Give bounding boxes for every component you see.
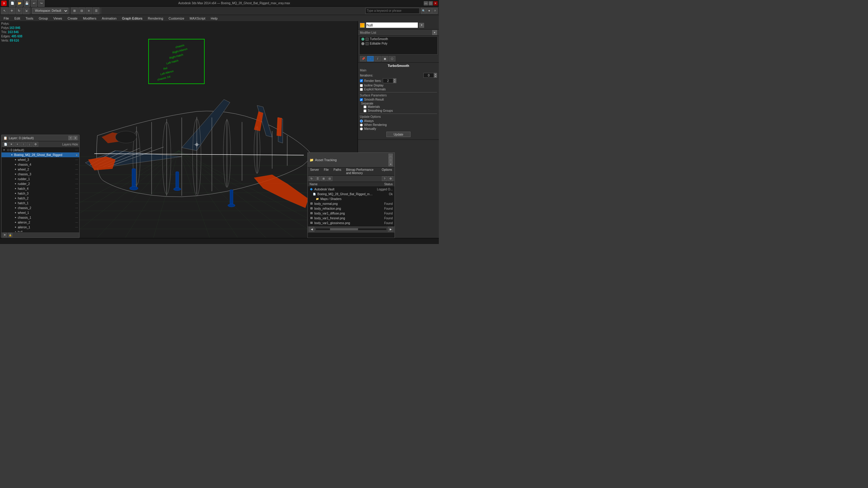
close-button[interactable]: ✕ — [433, 1, 438, 5]
layer-row[interactable]: ✦chassis_4— — [1, 162, 79, 167]
save-icon[interactable]: 💾 — [24, 0, 30, 7]
search-options-icon[interactable]: ▼ — [427, 8, 432, 14]
asset-menu-bitmap-performance-and-memory[interactable]: Bitmap Performance and Memory — [344, 167, 379, 175]
layer-row[interactable]: ✦wheel_3— — [1, 157, 79, 162]
layer-row[interactable]: ✦Boeing_MQ_28_Ghost_Bat_Rigged■ — [1, 153, 79, 157]
toolbar-layer-icon[interactable]: ☰ — [93, 7, 99, 14]
layers-add-icon[interactable]: + — [15, 142, 20, 147]
object-name-input[interactable] — [366, 22, 418, 28]
asset-menu-file[interactable]: File — [321, 167, 331, 175]
layer-row[interactable]: ✦hatch_1— — [1, 201, 79, 205]
layers-delete-icon[interactable]: ✕ — [9, 142, 14, 147]
smooth-result-checkbox[interactable] — [360, 98, 363, 101]
layer-row[interactable]: ✦chassis_1— — [1, 215, 79, 220]
toolbar-move-icon[interactable]: ✛ — [8, 7, 15, 14]
toolbar-scale-icon[interactable]: ⇲ — [23, 7, 30, 14]
scroll-left-button[interactable]: ◀ — [309, 227, 314, 232]
layers-select-icon[interactable]: ↑ — [21, 142, 26, 147]
toolbar-align-icon[interactable]: ≡ — [86, 7, 92, 14]
layer-row[interactable]: ✦aileron_1— — [1, 225, 79, 230]
iterations-up[interactable]: ▲ — [434, 73, 437, 75]
vertex-mode-icon[interactable]: · — [367, 56, 374, 61]
layer-row[interactable]: ✦hatch_2— — [1, 196, 79, 201]
asset-row[interactable]: 🖼body_refraction.pngFound — [308, 206, 395, 211]
menu-item-views[interactable]: Views — [51, 15, 64, 22]
toolbar-select-icon[interactable]: ↖ — [1, 7, 8, 14]
layer-row[interactable]: ✦hatch_3— — [1, 191, 79, 196]
toolbar-mirror-icon[interactable]: ⊟ — [79, 7, 85, 14]
menu-item-create[interactable]: Create — [65, 15, 80, 22]
maximize-button[interactable]: □ — [429, 1, 433, 5]
asset-row[interactable]: 🖼body_normal.pngFound — [308, 201, 395, 206]
asset-settings-icon[interactable]: ⚙ — [388, 176, 393, 181]
asset-refresh-icon[interactable]: ↻ — [309, 176, 314, 181]
always-radio[interactable] — [360, 120, 363, 123]
layers-lock-icon[interactable]: 🔒 — [8, 233, 12, 237]
menu-item-graph-editors[interactable]: Graph Editors — [120, 15, 145, 22]
isoline-checkbox[interactable] — [360, 84, 363, 87]
search-help-icon[interactable]: ? — [432, 8, 438, 14]
new-file-icon[interactable]: 📄 — [9, 0, 16, 7]
update-button[interactable]: Update — [386, 132, 410, 137]
menu-item-help[interactable]: Help — [208, 15, 220, 22]
object-color-swatch[interactable] — [360, 23, 365, 28]
asset-close-button[interactable]: ✕ — [389, 162, 393, 166]
menu-item-animation[interactable]: Animation — [99, 15, 119, 22]
asset-detail-icon[interactable]: ⊞ — [321, 176, 327, 181]
layer-row[interactable]: ✦aileron_2— — [1, 220, 79, 225]
layer-row[interactable]: ✦rudder_1— — [1, 176, 79, 181]
toolbar-snap-icon[interactable]: ⊞ — [71, 7, 78, 14]
element-mode-icon[interactable]: ⬡ — [389, 56, 396, 61]
edge-mode-icon[interactable]: / — [374, 56, 381, 61]
modifier-editablepoly[interactable]: Editable Poly — [360, 41, 437, 46]
asset-row[interactable]: 🖼body_var1_specular.pngFound — [308, 225, 395, 226]
asset-minimize-button[interactable]: — — [389, 154, 393, 158]
menu-item-edit[interactable]: Edit — [12, 15, 23, 22]
asset-row[interactable]: 📁Maps / Shaders — [308, 196, 395, 201]
layer-row[interactable]: ▼☐0 (default)— — [1, 148, 79, 153]
asset-row[interactable]: 📄Boeing_MQ_28_Ghost_Bat_Rigged_max_vray.… — [308, 192, 395, 196]
workspace-dropdown[interactable]: Workspace: Default — [32, 8, 68, 14]
undo-icon[interactable]: ↩ — [31, 0, 37, 7]
polygon-mode-icon[interactable]: ▣ — [381, 56, 388, 61]
layers-close-button[interactable]: ✕ — [73, 136, 78, 140]
toolbar-rotate-icon[interactable]: ↻ — [16, 7, 22, 14]
search-input[interactable] — [365, 8, 420, 14]
asset-help-icon[interactable]: ? — [382, 176, 387, 181]
menu-item-customize[interactable]: Customize — [166, 15, 187, 22]
asset-menu-options[interactable]: Options — [379, 167, 395, 175]
render-iters-input[interactable] — [383, 78, 393, 83]
layer-row[interactable]: ✦chassis_2— — [1, 205, 79, 210]
object-list-dropdown[interactable]: ▼ — [419, 23, 424, 28]
asset-list-icon[interactable]: ☰ — [315, 176, 320, 181]
iterations-down[interactable]: ▼ — [434, 75, 437, 78]
ri-up[interactable]: ▲ — [393, 78, 396, 81]
open-file-icon[interactable]: 📂 — [16, 0, 23, 7]
asset-menu-server[interactable]: Server — [308, 167, 321, 175]
asset-row[interactable]: 🔷Autodesk VaultLogged O... — [308, 187, 395, 192]
modifier-list-dropdown[interactable]: ▼ — [432, 30, 437, 35]
layers-settings-icon[interactable]: ⚙ — [33, 142, 38, 147]
iterations-input[interactable] — [424, 73, 434, 78]
modifier-checkbox[interactable] — [366, 38, 369, 41]
layer-row[interactable]: ✦wheel_2— — [1, 167, 79, 172]
render-iters-spinner[interactable]: ▲ ▼ — [383, 78, 396, 83]
menu-item-modifiers[interactable]: Modifiers — [81, 15, 99, 22]
asset-maximize-button[interactable]: □ — [389, 158, 393, 162]
layers-eye-icon[interactable]: 👁 — [3, 233, 7, 237]
asset-menu-paths[interactable]: Paths — [331, 167, 344, 175]
menu-item-tools[interactable]: Tools — [23, 15, 36, 22]
modifier-ep-checkbox[interactable] — [366, 42, 369, 45]
layer-visible-toggle[interactable]: ■ — [76, 154, 78, 156]
layer-row[interactable]: ✦wheel_1— — [1, 210, 79, 215]
explicit-normals-checkbox[interactable] — [360, 88, 363, 91]
menu-item-rendering[interactable]: Rendering — [146, 15, 166, 22]
scroll-track[interactable] — [315, 228, 387, 230]
asset-row[interactable]: 🖼body_var1_fresnel.pngFound — [308, 216, 395, 221]
layer-row[interactable]: ✦rudder_2— — [1, 181, 79, 186]
materials-checkbox[interactable] — [364, 105, 367, 108]
when-rendering-radio[interactable] — [360, 124, 363, 127]
scroll-right-button[interactable]: ▶ — [388, 227, 393, 232]
smoothing-groups-checkbox[interactable] — [364, 109, 367, 112]
layers-new-icon[interactable]: 📄 — [3, 142, 8, 147]
